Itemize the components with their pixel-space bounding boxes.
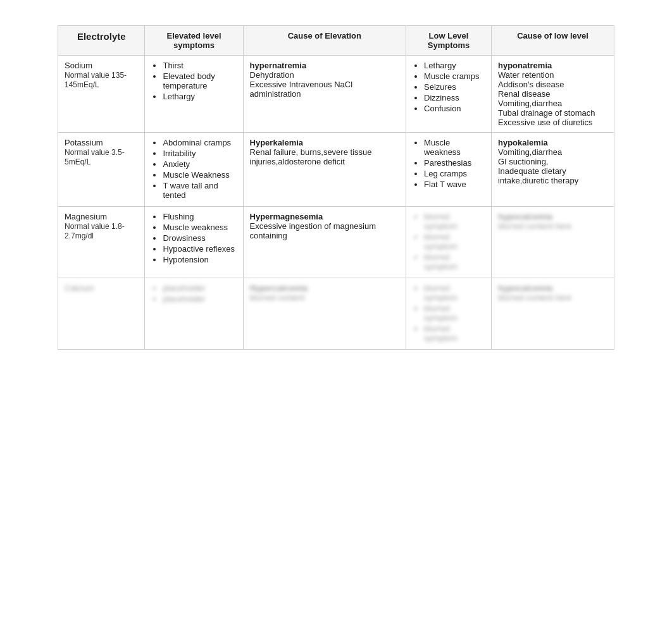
low-symptoms-cell: LethargyMuscle crampsSeizuresDizzinessCo… — [406, 56, 492, 133]
electrolyte-name: Potassium — [65, 138, 103, 147]
electrolyte-cell: MagnesiumNormal value 1.8-2.7mg/dl — [58, 207, 145, 278]
list-item: Lethargy — [163, 92, 236, 101]
cause-low-text: GI suctioning, — [498, 157, 549, 166]
electrolyte-normal: Normal value 135-145mEq/L — [65, 71, 127, 89]
electrolyte-normal: Normal value 1.8-2.7mg/dl — [65, 222, 125, 240]
cause-low-title: hypokalemia — [498, 138, 548, 147]
header-cause-elevation: Cause of Elevation — [243, 26, 406, 56]
list-item: T wave tall and tented — [163, 181, 236, 200]
cause-elevation-text: Renal failure, burns,severe tissue injur… — [250, 147, 372, 166]
table-row: CalciumplaceholderplaceholderHypercalcem… — [58, 278, 614, 350]
cause-low-text: Water retention — [498, 70, 554, 80]
cause-low-text: Addison's disease — [498, 80, 564, 89]
electrolyte-cell: PotassiumNormal value 3.5-5mEq/L — [58, 133, 145, 207]
cause-low-text: Excessive use of diuretics — [498, 118, 593, 127]
list-item: Abdominal cramps — [163, 138, 236, 147]
cause-low-text: Inadequate dietary intake,diuretic thera… — [498, 166, 578, 185]
table-row: PotassiumNormal value 3.5-5mEq/LAbdomina… — [58, 133, 614, 207]
list-item: Lethargy — [424, 61, 485, 70]
electrolyte-name: Calcium — [65, 283, 94, 293]
elevated-symptoms-cell: FlushingMuscle weaknessDrowsinessHypoact… — [145, 207, 243, 278]
low-symptoms-cell: Muscle weaknessParesthesiasLeg crampsFla… — [406, 133, 492, 207]
list-item: Irritability — [163, 149, 236, 158]
header-elevated-symptoms: Elevated level symptoms — [145, 26, 243, 56]
cause-low-cell: hypocalcemiablurred content here — [492, 278, 614, 350]
cause-elevation-title: Hyperkalemia — [250, 138, 304, 147]
cause-elevation-text: Dehydration — [250, 70, 294, 80]
cause-elevation-cell: HyperkalemiaRenal failure, burns,severe … — [243, 133, 406, 207]
electrolyte-name: Magnesium — [65, 212, 107, 221]
elevated-symptoms-cell: Abdominal crampsIrritabilityAnxietyMuscl… — [145, 133, 243, 207]
cause-low-title: hyponatremia — [498, 61, 552, 70]
list-item: Flushing — [163, 212, 236, 221]
cause-low-text: Tubal drainage of stomach — [498, 108, 595, 118]
cause-low-cell: hyponatremiaWater retentionAddison's dis… — [492, 56, 614, 133]
cause-low-text: Vomiting,diarrhea — [498, 99, 562, 108]
header-cause-low: Cause of low level — [492, 26, 614, 56]
list-item: Muscle Weakness — [163, 170, 236, 180]
list-item: Drowsiness — [163, 233, 236, 243]
cause-low-text: Renal disease — [498, 89, 550, 99]
cause-elevation-title: Hypermagnesemia — [250, 212, 323, 221]
elevated-symptoms-cell: ThirstElevated body temperatureLethargy — [145, 56, 243, 133]
header-electrolyte: Electrolyte — [58, 26, 145, 56]
electrolyte-normal: Normal value 3.5-5mEq/L — [65, 148, 125, 166]
list-item: Thirst — [163, 61, 236, 70]
list-item: Elevated body temperature — [163, 71, 236, 90]
list-item: Hypoactive reflexes — [163, 244, 236, 254]
list-item: Confusion — [424, 104, 485, 113]
cause-elevation-title: hypernatremia — [250, 61, 307, 70]
table-header-row: Electrolyte Elevated level symptoms Caus… — [58, 26, 614, 56]
cause-elevation-text: Excessive ingestion of magnesium contain… — [250, 221, 376, 240]
list-item: Seizures — [424, 82, 485, 92]
list-item: Anxiety — [163, 159, 236, 169]
cause-low-cell: hypocalcemiablurred content here — [492, 207, 614, 278]
electrolyte-cell: Calcium — [58, 278, 145, 350]
list-item: Leg cramps — [424, 169, 485, 178]
low-symptoms-cell: blurred symptomblurred symptomblurred sy… — [406, 207, 492, 278]
list-item: Hypotension — [163, 255, 236, 264]
low-symptoms-cell: blurred symptomblurred symptomblurred sy… — [406, 278, 492, 350]
page-wrapper: Electrolyte Elevated level symptoms Caus… — [0, 0, 672, 375]
cause-low-cell: hypokalemiaVomiting,diarrheaGI suctionin… — [492, 133, 614, 207]
elevated-symptoms-cell: placeholderplaceholder — [145, 278, 243, 350]
list-item: Paresthesias — [424, 158, 485, 168]
electrolyte-cell: SodiumNormal value 135-145mEq/L — [58, 56, 145, 133]
list-item: Muscle cramps — [424, 71, 485, 81]
electrolyte-table: Electrolyte Elevated level symptoms Caus… — [58, 25, 614, 350]
cause-elevation-cell: Hypercalcemiablurred content — [243, 278, 406, 350]
list-item: Muscle weakness — [424, 138, 485, 157]
header-low-symptoms: Low Level Symptoms — [406, 26, 492, 56]
list-item: Flat T wave — [424, 180, 485, 189]
cause-elevation-cell: HypermagnesemiaExcessive ingestion of ma… — [243, 207, 406, 278]
cause-elevation-text: Excessive Intravenous NaCl administratio… — [250, 80, 353, 99]
cause-low-text: Vomiting,diarrhea — [498, 147, 562, 157]
cause-elevation-cell: hypernatremiaDehydrationExcessive Intrav… — [243, 56, 406, 133]
table-row: MagnesiumNormal value 1.8-2.7mg/dlFlushi… — [58, 207, 614, 278]
list-item: Muscle weakness — [163, 223, 236, 232]
table-row: SodiumNormal value 135-145mEq/LThirstEle… — [58, 56, 614, 133]
electrolyte-name: Sodium — [65, 61, 92, 70]
list-item: Dizziness — [424, 93, 485, 102]
